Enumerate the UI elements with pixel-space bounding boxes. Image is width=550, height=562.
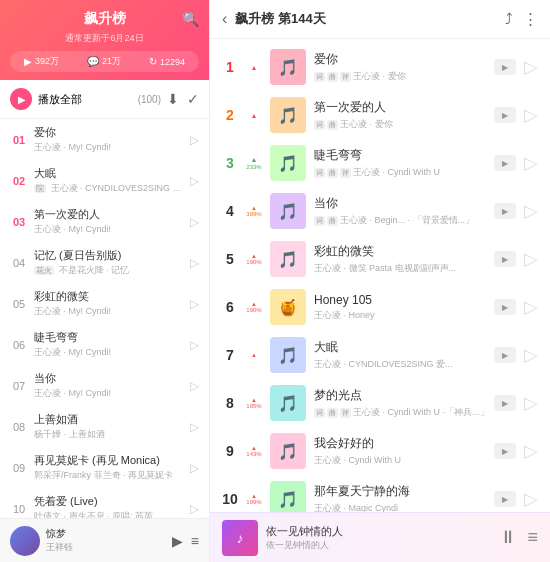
share-icon: ↻ <box>149 56 157 67</box>
pause-button[interactable]: ⏸ <box>499 527 517 548</box>
play-all-button[interactable]: ▶ <box>10 88 32 110</box>
rank-number: 4 <box>222 203 238 219</box>
song-title: 爱你 <box>34 125 190 140</box>
song-play-icon[interactable]: ▷ <box>190 174 199 188</box>
list-item[interactable]: 1 ▲ 🎵 爱你 词曲评 王心凌 · 爱你 ▶ ▷ <box>210 43 550 91</box>
search-icon[interactable]: 🔍 <box>182 11 199 27</box>
list-item[interactable]: 7 ▲ 🎵 大眠 王心凌 · CYNDILOVES2SING 爱... ▶ ▷ <box>210 331 550 379</box>
stats-bar: ▶ 392万 💬 21万 ↻ 12294 <box>10 51 199 72</box>
song-play-icon[interactable]: ▷ <box>190 461 199 475</box>
left-panel: 飙升榜 🔍 通常更新于6月24日 ▶ 392万 💬 21万 ↻ 12294 ▶ … <box>0 0 210 562</box>
list-item[interactable]: 07 当你 王心凌 · My! Cyndi! ▷ <box>0 365 209 406</box>
rank-number: 6 <box>222 299 238 315</box>
play-icon[interactable]: ▷ <box>524 296 538 318</box>
play-icon[interactable]: ▷ <box>524 104 538 126</box>
mv-icon[interactable]: ▶ <box>494 395 516 411</box>
play-icon[interactable]: ▷ <box>524 56 538 78</box>
song-thumbnail: 🎵 <box>270 385 306 421</box>
song-subtitle: 院 王心凌 · CYNDILOVES2SING 爱，心凌 <box>34 182 190 195</box>
play-icon[interactable]: ▷ <box>524 392 538 414</box>
song-play-icon[interactable]: ▷ <box>190 297 199 311</box>
play-icon[interactable]: ▷ <box>524 200 538 222</box>
check-icon[interactable]: ✓ <box>187 91 199 107</box>
list-item[interactable]: 10 ▲199% 🎵 那年夏天宁静的海 王心凌 · Magic Cyndi ▶ … <box>210 475 550 512</box>
list-item[interactable]: 10 凭着爱 (Live) 叶倩文 · 声生不息 · 原唱: 苏芮 ▷ <box>0 488 209 518</box>
song-subtitle: 王心凌 · 微笑 Pasta 电视剧副声声... <box>314 262 486 275</box>
playlist-button[interactable]: ≡ <box>191 533 199 549</box>
song-title: 大眠 <box>34 166 190 181</box>
song-info: 我会好好的 王心凌 · Cyndi With U <box>314 435 486 467</box>
song-info: 当你 王心凌 · My! Cyndi! <box>34 371 190 400</box>
list-item[interactable]: 08 上善如酒 杨千嬅 · 上善如酒 ▷ <box>0 406 209 447</box>
mv-icon[interactable]: ▶ <box>494 203 516 219</box>
song-info: 彩虹的微笑 王心凌 · My! Cyndi! <box>34 289 190 318</box>
list-item[interactable]: 3 ▲233% 🎵 睫毛弯弯 词曲评 王心凌 · Cyndi With U ▶ … <box>210 139 550 187</box>
play-all-count: (100) <box>138 94 161 105</box>
back-button[interactable]: ‹ <box>222 10 227 28</box>
download-icon[interactable]: ⬇ <box>167 91 179 107</box>
mv-icon[interactable]: ▶ <box>494 443 516 459</box>
share-button[interactable]: ⤴ <box>505 10 513 28</box>
rank-change: ▲ <box>246 112 262 119</box>
play-icon[interactable]: ▷ <box>524 344 538 366</box>
song-play-icon[interactable]: ▷ <box>190 379 199 393</box>
list-item[interactable]: 8 ▲195% 🎵 梦的光点 词曲评 王心凌 · Cyndi With U ·「… <box>210 379 550 427</box>
list-item[interactable]: 01 爱你 王心凌 · My! Cyndi! ▷ <box>0 119 209 160</box>
list-item[interactable]: 9 ▲143% 🎵 我会好好的 王心凌 · Cyndi With U ▶ ▷ <box>210 427 550 475</box>
song-subtitle: 词曲 王心凌 · 爱你 <box>314 118 486 131</box>
list-item[interactable]: 03 第一次爱的人 王心凌 · My! Cyndi! ▷ <box>0 201 209 242</box>
song-title: 再见莫妮卡 (再见 Monica) <box>34 453 190 468</box>
play-count: ▶ 392万 <box>24 55 59 68</box>
mv-icon[interactable]: ▶ <box>494 347 516 363</box>
list-item[interactable]: 5 ▲190% 🎵 彩虹的微笑 王心凌 · 微笑 Pasta 电视剧副声声...… <box>210 235 550 283</box>
song-title: 记忆 (夏日告别版) <box>34 248 190 263</box>
mv-icon[interactable]: ▶ <box>494 155 516 171</box>
mv-icon[interactable]: ▶ <box>494 299 516 315</box>
song-subtitle: 王心凌 · My! Cyndi! <box>34 223 190 236</box>
play-icon[interactable]: ▷ <box>524 440 538 462</box>
song-play-icon[interactable]: ▷ <box>190 502 199 516</box>
song-subtitle: 王心凌 · My! Cyndi! <box>34 141 190 154</box>
mv-icon[interactable]: ▶ <box>494 59 516 75</box>
song-number: 06 <box>10 339 28 351</box>
list-item[interactable]: 2 ▲ 🎵 第一次爱的人 词曲 王心凌 · 爱你 ▶ ▷ <box>210 91 550 139</box>
list-item[interactable]: 02 大眠 院 王心凌 · CYNDILOVES2SING 爱，心凌 ▷ <box>0 160 209 201</box>
song-title: 第一次爱的人 <box>34 207 190 222</box>
song-info: Honey 105 王心凌 · Honey <box>314 293 486 322</box>
tag-badge: 花火 <box>34 266 54 275</box>
rank-change: ▲199% <box>246 493 262 505</box>
list-item[interactable]: 09 再见莫妮卡 (再见 Monica) 郭采萍/Franky 菲兰奇 · 再见… <box>0 447 209 488</box>
mv-icon[interactable]: ▶ <box>494 251 516 267</box>
song-subtitle: 叶倩文 · 声生不息 · 原唱: 苏芮 <box>34 510 190 518</box>
list-item[interactable]: 04 记忆 (夏日告别版) 花火 不是花火降 · 记忆 ▷ <box>0 242 209 283</box>
song-play-icon[interactable]: ▷ <box>190 215 199 229</box>
song-play-icon[interactable]: ▷ <box>190 420 199 434</box>
mv-icon[interactable]: ▶ <box>494 107 516 123</box>
list-item[interactable]: 4 ▲399% 🎵 当你 词曲 王心凌 · Begin... · 「背景爱情..… <box>210 187 550 235</box>
song-info: 大眠 院 王心凌 · CYNDILOVES2SING 爱，心凌 <box>34 166 190 195</box>
song-number: 05 <box>10 298 28 310</box>
song-number: 01 <box>10 134 28 146</box>
song-title: 梦的光点 <box>314 387 486 404</box>
song-play-icon[interactable]: ▷ <box>190 256 199 270</box>
rank-number: 5 <box>222 251 238 267</box>
song-play-icon[interactable]: ▷ <box>190 338 199 352</box>
play-icon[interactable]: ▷ <box>524 248 538 270</box>
rank-change: ▲399% <box>246 205 262 217</box>
song-title: 睫毛弯弯 <box>34 330 190 345</box>
mv-icon[interactable]: ▶ <box>494 491 516 507</box>
song-play-icon[interactable]: ▷ <box>190 133 199 147</box>
play-icon[interactable]: ▷ <box>524 152 538 174</box>
list-item[interactable]: 05 彩虹的微笑 王心凌 · My! Cyndi! ▷ <box>0 283 209 324</box>
song-title: 爱你 <box>314 51 486 68</box>
play-icon[interactable]: ▷ <box>524 488 538 510</box>
playlist-button[interactable]: ≡ <box>527 527 538 548</box>
more-button[interactable]: ⋮ <box>523 10 538 28</box>
list-item[interactable]: 6 ▲190% 🍯 Honey 105 王心凌 · Honey ▶ ▷ <box>210 283 550 331</box>
song-thumbnail: 🎵 <box>270 337 306 373</box>
song-info: 爱你 王心凌 · My! Cyndi! <box>34 125 190 154</box>
play-button[interactable]: ▶ <box>172 533 183 549</box>
song-thumbnail: 🎵 <box>270 241 306 277</box>
list-item[interactable]: 06 睫毛弯弯 王心凌 · My! Cyndi! ▷ <box>0 324 209 365</box>
song-info: 睫毛弯弯 词曲评 王心凌 · Cyndi With U <box>314 147 486 179</box>
